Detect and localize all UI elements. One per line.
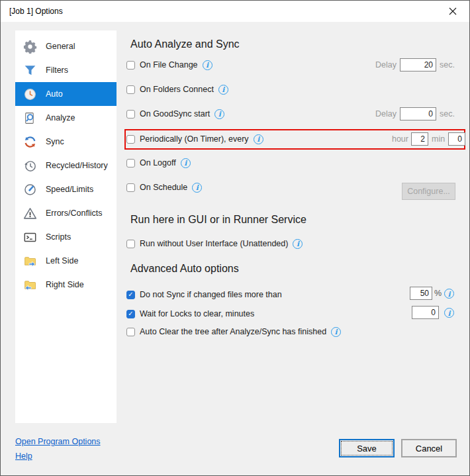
row-on-folders-connect: On Folders Connect xyxy=(126,83,228,95)
on-file-change-label: On File Change xyxy=(140,60,198,70)
auto-clear-checkbox[interactable] xyxy=(126,328,135,336)
info-icon[interactable] xyxy=(444,289,454,299)
row-periodically: Periodically (On Timer), every xyxy=(126,133,263,145)
min-input[interactable] xyxy=(448,132,465,146)
filter-icon xyxy=(23,64,37,77)
row-do-not-sync: Do not Sync if changed files more than xyxy=(126,289,282,301)
on-folders-connect-checkbox[interactable] xyxy=(126,85,135,94)
run-without-ui-label: Run without User Interface (Unattended) xyxy=(140,239,288,248)
delay-label: Delay xyxy=(371,60,397,70)
titlebar: [Job 1] Options xyxy=(1,1,469,22)
sidebar-item-analyze[interactable]: Analyze xyxy=(15,106,117,130)
terminal-icon xyxy=(23,230,37,244)
sync-icon xyxy=(23,135,37,149)
wait-for-locks-input[interactable] xyxy=(412,306,439,319)
on-folders-connect-label: On Folders Connect xyxy=(140,85,214,94)
row-wait-for-locks: Wait for Locks to clear, minutes xyxy=(126,308,254,320)
cancel-button-label: Cancel xyxy=(416,444,442,453)
info-icon[interactable] xyxy=(192,183,202,193)
hour-label: hour xyxy=(382,134,408,144)
row-on-file-change: On File Change xyxy=(126,59,212,71)
info-icon[interactable] xyxy=(181,158,191,168)
periodically-label: Periodically (On Timer), every xyxy=(140,134,249,144)
sidebar-item-filters[interactable]: Filters xyxy=(15,58,117,82)
info-icon[interactable] xyxy=(254,134,263,144)
sidebar-item-label: Filters xyxy=(46,66,68,75)
on-schedule-checkbox[interactable] xyxy=(126,183,135,192)
close-button[interactable] xyxy=(443,3,463,19)
sidebar-item-label: Left Side xyxy=(46,256,78,265)
analyze-icon xyxy=(23,111,37,125)
do-not-sync-checkbox[interactable] xyxy=(126,291,135,299)
sidebar-item-auto[interactable]: Auto xyxy=(15,82,117,106)
sidebar: General Filters Auto Analyze xyxy=(15,30,117,423)
sidebar-item-label: Scripts xyxy=(46,232,71,242)
save-button[interactable]: Save xyxy=(339,439,395,457)
wait-for-locks-checkbox[interactable] xyxy=(126,310,135,318)
info-icon[interactable] xyxy=(214,109,224,119)
do-not-sync-percent-input[interactable] xyxy=(410,287,432,300)
sidebar-item-label: Sync xyxy=(46,137,64,146)
save-button-label: Save xyxy=(357,444,377,453)
sidebar-item-recycled-history[interactable]: Recycled/History xyxy=(15,154,117,177)
goodsync-start-delay-input[interactable] xyxy=(400,107,436,120)
section-title-runner: Run here in GUI or in Runner Service xyxy=(130,214,306,226)
history-icon xyxy=(23,159,37,173)
row-run-without-ui: Run without User Interface (Unattended) xyxy=(126,238,303,250)
sidebar-item-label: Auto xyxy=(46,89,63,99)
on-schedule-label: On Schedule xyxy=(140,183,187,192)
auto-clear-label: Auto Clear the tree after Analyze/Sync h… xyxy=(140,327,326,336)
window-title: [Job 1] Options xyxy=(9,7,63,16)
on-logoff-checkbox[interactable] xyxy=(126,159,135,167)
delay-label: Delay xyxy=(371,109,397,119)
options-dialog: [Job 1] Options General Filters xyxy=(0,0,470,476)
do-not-sync-label: Do not Sync if changed files more than xyxy=(140,290,282,299)
sidebar-item-label: Analyze xyxy=(46,113,75,122)
warning-icon xyxy=(23,207,37,220)
sidebar-item-sync[interactable]: Sync xyxy=(15,130,117,154)
close-icon xyxy=(449,7,457,15)
gear-icon xyxy=(23,40,37,54)
info-icon[interactable] xyxy=(444,308,454,318)
periodically-checkbox[interactable] xyxy=(126,135,135,144)
hour-input[interactable] xyxy=(411,132,428,146)
gauge-icon xyxy=(23,183,37,197)
row-on-logoff: On Logoff xyxy=(126,157,191,169)
info-icon[interactable] xyxy=(218,85,228,95)
folder-arrow-right-icon xyxy=(23,254,37,268)
sidebar-item-speed-limits[interactable]: Speed/Limits xyxy=(15,177,117,201)
sidebar-item-label: Recycled/History xyxy=(46,161,108,170)
sidebar-item-label: Errors/Conflicts xyxy=(46,209,102,218)
row-auto-clear: Auto Clear the tree after Analyze/Sync h… xyxy=(126,326,341,338)
row-on-schedule: On Schedule xyxy=(126,181,202,193)
run-without-ui-checkbox[interactable] xyxy=(126,240,135,248)
row-on-goodsync-start: On GoodSync start xyxy=(126,108,224,120)
sidebar-item-scripts[interactable]: Scripts xyxy=(15,225,117,249)
sidebar-item-label: Speed/Limits xyxy=(46,185,93,194)
section-title-advanced: Advanced Auto options xyxy=(130,263,239,275)
help-link[interactable]: Help xyxy=(15,452,32,461)
sec-label: sec. xyxy=(440,109,455,119)
info-icon[interactable] xyxy=(293,239,303,249)
clock-icon xyxy=(23,87,37,101)
on-file-change-checkbox[interactable] xyxy=(126,61,135,70)
on-goodsync-start-label: On GoodSync start xyxy=(140,109,210,119)
sidebar-item-right-side[interactable]: Right Side xyxy=(15,273,117,297)
sidebar-item-general[interactable]: General xyxy=(15,34,117,58)
on-logoff-label: On Logoff xyxy=(140,158,176,167)
min-label: min xyxy=(432,134,445,144)
cancel-button[interactable]: Cancel xyxy=(401,439,457,457)
on-goodsync-start-checkbox[interactable] xyxy=(126,110,135,119)
percent-label: % xyxy=(434,289,442,298)
info-icon[interactable] xyxy=(203,60,212,70)
sidebar-item-label: Right Side xyxy=(46,280,84,289)
section-title-auto: Auto Analyze and Sync xyxy=(130,38,240,50)
wait-for-locks-label: Wait for Locks to clear, minutes xyxy=(140,309,254,318)
open-program-options-link[interactable]: Open Program Options xyxy=(15,437,101,446)
info-icon[interactable] xyxy=(331,327,341,337)
configure-button[interactable]: Configure... xyxy=(402,183,455,200)
sidebar-item-left-side[interactable]: Left Side xyxy=(15,249,117,273)
file-change-delay-input[interactable] xyxy=(400,58,436,71)
sidebar-item-errors-conflicts[interactable]: Errors/Conflicts xyxy=(15,201,117,225)
sec-label: sec. xyxy=(440,60,455,70)
